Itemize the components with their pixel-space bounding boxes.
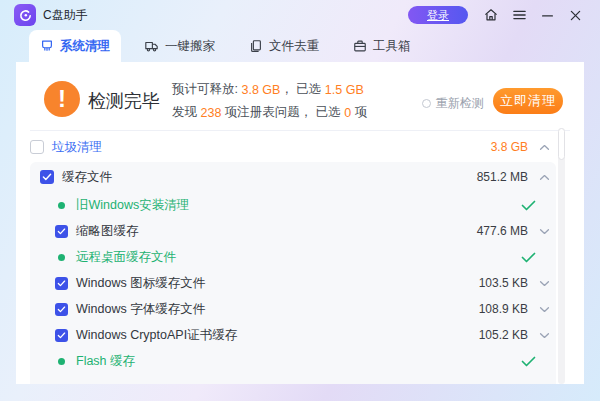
toolbox-icon: [353, 39, 367, 53]
scan-status-title: 检测完毕: [88, 89, 160, 113]
chevron-down-icon[interactable]: [538, 228, 550, 235]
selected-size: 1.5 GB: [325, 83, 364, 97]
item-label: 缩略图缓存: [76, 223, 139, 240]
recheck-button[interactable]: 重新检测: [422, 95, 484, 112]
list-item-cryptoapi-cache[interactable]: Windows CryptoAPI证书缓存 105.2 KB: [30, 322, 556, 348]
checkbox-checked[interactable]: [55, 329, 68, 342]
section-size: 851.2 MB: [477, 170, 528, 184]
list-item-thumbnail-cache[interactable]: 缩略图缓存 477.6 MB: [30, 218, 556, 244]
tab-dedupe[interactable]: 文件去重: [238, 30, 330, 62]
checkbox-checked[interactable]: [40, 170, 54, 184]
tab-toolbox[interactable]: 工具箱: [342, 30, 422, 62]
chevron-up-icon[interactable]: [538, 174, 550, 181]
title-bar: C盘助手 登录: [0, 0, 600, 30]
tab-move[interactable]: 一键搬家: [133, 30, 226, 62]
group-label: 垃圾清理: [52, 139, 102, 156]
app-title: C盘助手: [43, 7, 88, 24]
done-bullet-icon: [58, 254, 65, 261]
chevron-down-icon[interactable]: [538, 280, 550, 287]
app-logo-icon: [14, 4, 36, 26]
recheck-icon: [422, 99, 431, 108]
item-label: 旧Windows安装清理: [76, 197, 189, 214]
tab-label: 系统清理: [60, 38, 110, 55]
scrollbar-track[interactable]: [558, 128, 565, 384]
done-bullet-icon: [58, 202, 65, 209]
checkbox-checked[interactable]: [55, 225, 68, 238]
menu-icon[interactable]: [510, 6, 528, 24]
app-identity: C盘助手: [14, 4, 88, 26]
chevron-up-icon[interactable]: [538, 144, 550, 151]
tab-label: 工具箱: [373, 38, 411, 55]
done-check-icon: [521, 200, 536, 211]
alert-icon: !: [44, 81, 80, 117]
done-check-icon: [521, 252, 536, 263]
cache-section: 缓存文件 851.2 MB 旧Windows安装清理 缩略图缓存 477.6 M…: [30, 162, 556, 384]
list-item-remote-desktop-cache[interactable]: 远程桌面缓存文件: [30, 244, 556, 270]
clean-icon: [40, 39, 54, 53]
section-row-cache-files[interactable]: 缓存文件 851.2 MB: [30, 162, 556, 192]
main-panel: ! 检测完毕 预计可释放: 3.8 GB， 已选 1.5 GB 发现 238 项…: [16, 62, 584, 384]
tab-label: 一键搬家: [165, 38, 215, 55]
minimize-icon[interactable]: [538, 6, 556, 24]
home-icon[interactable]: [482, 6, 500, 24]
summary-line-registry: 发现 238 项注册表问题， 已选 0 项: [172, 101, 367, 124]
list-item-old-windows[interactable]: 旧Windows安装清理: [30, 192, 556, 218]
divider: [30, 130, 570, 131]
item-size: 477.6 MB: [477, 224, 528, 238]
documents-icon: [249, 39, 263, 53]
checkbox-unchecked[interactable]: [30, 140, 44, 154]
close-icon[interactable]: [566, 6, 584, 24]
tab-bar: 系统清理 一键搬家 文件去重 工具箱: [16, 30, 584, 62]
checkbox-checked[interactable]: [55, 303, 68, 316]
item-label: Windows CryptoAPI证书缓存: [76, 327, 237, 344]
login-button[interactable]: 登录: [408, 6, 468, 24]
done-check-icon: [521, 356, 536, 367]
registry-issue-count: 238: [200, 106, 221, 120]
tab-label: 文件去重: [269, 38, 319, 55]
truck-icon: [144, 39, 159, 53]
chevron-down-icon[interactable]: [538, 306, 550, 313]
group-row-junk-clean[interactable]: 垃圾清理 3.8 GB: [30, 132, 556, 162]
item-size: 103.5 KB: [479, 276, 528, 290]
scan-summary: 预计可释放: 3.8 GB， 已选 1.5 GB 发现 238 项注册表问题， …: [172, 78, 367, 124]
tab-system-clean[interactable]: 系统清理: [29, 30, 121, 62]
group-size: 3.8 GB: [491, 140, 528, 154]
scrollbar-thumb[interactable]: [558, 128, 565, 160]
summary-line-space: 预计可释放: 3.8 GB， 已选 1.5 GB: [172, 78, 367, 101]
done-bullet-icon: [58, 358, 65, 365]
clean-now-button[interactable]: 立即清理: [493, 88, 563, 114]
window-controls: [482, 6, 584, 24]
list-item-font-cache[interactable]: Windows 字体缓存文件 108.9 KB: [30, 296, 556, 322]
item-label: Flash 缓存: [76, 353, 135, 370]
chevron-down-icon[interactable]: [538, 332, 550, 339]
item-label: Windows 图标缓存文件: [76, 275, 205, 292]
list-item-icon-cache[interactable]: Windows 图标缓存文件 103.5 KB: [30, 270, 556, 296]
list-item-flash-cache[interactable]: Flash 缓存: [30, 348, 556, 374]
section-label: 缓存文件: [62, 169, 112, 186]
recheck-label: 重新检测: [436, 95, 484, 112]
item-label: Windows 字体缓存文件: [76, 301, 205, 318]
releasable-size: 3.8 GB: [241, 83, 280, 97]
checkbox-checked[interactable]: [55, 277, 68, 290]
item-size: 108.9 KB: [479, 302, 528, 316]
item-size: 105.2 KB: [479, 328, 528, 342]
registry-selected-count: 0: [344, 106, 351, 120]
item-label: 远程桌面缓存文件: [76, 249, 176, 266]
